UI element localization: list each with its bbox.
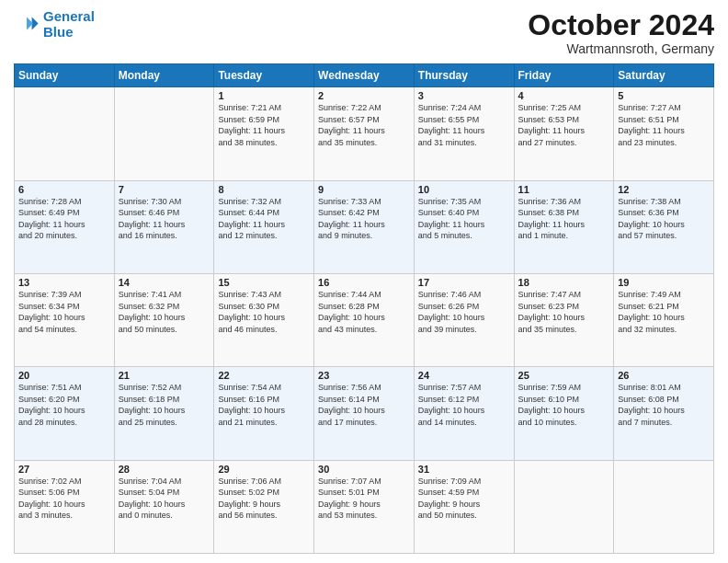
- day-cell: 11Sunrise: 7:36 AM Sunset: 6:38 PM Dayli…: [514, 180, 614, 273]
- day-cell: 25Sunrise: 7:59 AM Sunset: 6:10 PM Dayli…: [514, 367, 614, 460]
- week-row-1: 1Sunrise: 7:21 AM Sunset: 6:59 PM Daylig…: [15, 87, 714, 180]
- day-number: 16: [318, 277, 410, 288]
- day-info: Sunrise: 7:41 AM Sunset: 6:32 PM Dayligh…: [119, 289, 210, 335]
- day-cell: 26Sunrise: 8:01 AM Sunset: 6:08 PM Dayli…: [614, 367, 714, 460]
- day-number: 8: [218, 184, 310, 195]
- day-number: 23: [318, 370, 410, 381]
- day-info: Sunrise: 7:21 AM Sunset: 6:59 PM Dayligh…: [218, 102, 310, 148]
- day-cell: 6Sunrise: 7:28 AM Sunset: 6:49 PM Daylig…: [15, 180, 115, 273]
- day-cell: 18Sunrise: 7:47 AM Sunset: 6:23 PM Dayli…: [514, 273, 614, 366]
- logo-icon: [14, 12, 40, 38]
- location: Wartmannsroth, Germany: [528, 41, 714, 56]
- day-number: 27: [18, 464, 110, 475]
- day-info: Sunrise: 7:51 AM Sunset: 6:20 PM Dayligh…: [18, 382, 110, 428]
- weekday-saturday: Saturday: [614, 64, 714, 87]
- day-cell: [15, 87, 115, 180]
- day-cell: 14Sunrise: 7:41 AM Sunset: 6:32 PM Dayli…: [114, 273, 214, 366]
- weekday-thursday: Thursday: [414, 64, 514, 87]
- month-title: October 2024: [528, 9, 714, 41]
- day-cell: 1Sunrise: 7:21 AM Sunset: 6:59 PM Daylig…: [214, 87, 314, 180]
- day-number: 14: [119, 277, 210, 288]
- day-info: Sunrise: 7:46 AM Sunset: 6:26 PM Dayligh…: [418, 289, 510, 335]
- day-info: Sunrise: 7:06 AM Sunset: 5:02 PM Dayligh…: [218, 476, 310, 522]
- weekday-header-row: SundayMondayTuesdayWednesdayThursdayFrid…: [15, 64, 714, 87]
- day-number: 1: [218, 90, 310, 101]
- day-cell: 29Sunrise: 7:06 AM Sunset: 5:02 PM Dayli…: [214, 460, 314, 553]
- day-cell: 13Sunrise: 7:39 AM Sunset: 6:34 PM Dayli…: [15, 273, 115, 366]
- day-info: Sunrise: 7:28 AM Sunset: 6:49 PM Dayligh…: [18, 196, 110, 242]
- day-info: Sunrise: 7:49 AM Sunset: 6:21 PM Dayligh…: [618, 289, 710, 335]
- day-number: 28: [119, 464, 210, 475]
- day-info: Sunrise: 7:54 AM Sunset: 6:16 PM Dayligh…: [218, 382, 310, 428]
- day-info: Sunrise: 7:27 AM Sunset: 6:51 PM Dayligh…: [618, 102, 710, 148]
- day-number: 19: [618, 277, 710, 288]
- day-cell: 10Sunrise: 7:35 AM Sunset: 6:40 PM Dayli…: [414, 180, 514, 273]
- weekday-tuesday: Tuesday: [214, 64, 314, 87]
- day-info: Sunrise: 7:57 AM Sunset: 6:12 PM Dayligh…: [418, 382, 510, 428]
- week-row-5: 27Sunrise: 7:02 AM Sunset: 5:06 PM Dayli…: [15, 460, 714, 553]
- day-cell: 20Sunrise: 7:51 AM Sunset: 6:20 PM Dayli…: [15, 367, 115, 460]
- logo: General Blue: [14, 9, 95, 40]
- day-cell: 19Sunrise: 7:49 AM Sunset: 6:21 PM Dayli…: [614, 273, 714, 366]
- calendar-body: 1Sunrise: 7:21 AM Sunset: 6:59 PM Daylig…: [15, 87, 714, 554]
- header: General Blue October 2024 Wartmannsroth,…: [14, 9, 714, 56]
- weekday-sunday: Sunday: [15, 64, 115, 87]
- day-cell: 27Sunrise: 7:02 AM Sunset: 5:06 PM Dayli…: [15, 460, 115, 553]
- day-cell: 17Sunrise: 7:46 AM Sunset: 6:26 PM Dayli…: [414, 273, 514, 366]
- day-info: Sunrise: 7:38 AM Sunset: 6:36 PM Dayligh…: [618, 196, 710, 242]
- day-number: 10: [418, 184, 510, 195]
- day-info: Sunrise: 7:56 AM Sunset: 6:14 PM Dayligh…: [318, 382, 410, 428]
- page: General Blue October 2024 Wartmannsroth,…: [0, 0, 728, 563]
- day-info: Sunrise: 7:47 AM Sunset: 6:23 PM Dayligh…: [518, 289, 610, 335]
- logo-text: General Blue: [43, 9, 95, 40]
- day-info: Sunrise: 7:07 AM Sunset: 5:01 PM Dayligh…: [318, 476, 410, 522]
- day-info: Sunrise: 7:52 AM Sunset: 6:18 PM Dayligh…: [119, 382, 210, 428]
- day-info: Sunrise: 7:02 AM Sunset: 5:06 PM Dayligh…: [18, 476, 110, 522]
- day-number: 5: [618, 90, 710, 101]
- day-info: Sunrise: 7:30 AM Sunset: 6:46 PM Dayligh…: [119, 196, 210, 242]
- day-info: Sunrise: 7:36 AM Sunset: 6:38 PM Dayligh…: [518, 196, 610, 242]
- week-row-4: 20Sunrise: 7:51 AM Sunset: 6:20 PM Dayli…: [15, 367, 714, 460]
- calendar-table: SundayMondayTuesdayWednesdayThursdayFrid…: [14, 63, 714, 554]
- day-info: Sunrise: 7:32 AM Sunset: 6:44 PM Dayligh…: [218, 196, 310, 242]
- day-cell: 23Sunrise: 7:56 AM Sunset: 6:14 PM Dayli…: [314, 367, 415, 460]
- day-cell: 15Sunrise: 7:43 AM Sunset: 6:30 PM Dayli…: [214, 273, 314, 366]
- day-number: 21: [119, 370, 210, 381]
- day-number: 15: [218, 277, 310, 288]
- day-cell: 8Sunrise: 7:32 AM Sunset: 6:44 PM Daylig…: [214, 180, 314, 273]
- day-number: 24: [418, 370, 510, 381]
- day-number: 22: [218, 370, 310, 381]
- day-cell: 24Sunrise: 7:57 AM Sunset: 6:12 PM Dayli…: [414, 367, 514, 460]
- day-info: Sunrise: 7:59 AM Sunset: 6:10 PM Dayligh…: [518, 382, 610, 428]
- day-number: 11: [518, 184, 610, 195]
- week-row-2: 6Sunrise: 7:28 AM Sunset: 6:49 PM Daylig…: [15, 180, 714, 273]
- day-number: 29: [218, 464, 310, 475]
- day-cell: 30Sunrise: 7:07 AM Sunset: 5:01 PM Dayli…: [314, 460, 415, 553]
- day-cell: [114, 87, 214, 180]
- weekday-wednesday: Wednesday: [314, 64, 415, 87]
- day-number: 30: [318, 464, 410, 475]
- day-cell: 5Sunrise: 7:27 AM Sunset: 6:51 PM Daylig…: [614, 87, 714, 180]
- day-number: 12: [618, 184, 710, 195]
- calendar-header: SundayMondayTuesdayWednesdayThursdayFrid…: [15, 64, 714, 87]
- day-number: 6: [18, 184, 110, 195]
- day-cell: [514, 460, 614, 553]
- day-number: 2: [318, 90, 410, 101]
- day-cell: 22Sunrise: 7:54 AM Sunset: 6:16 PM Dayli…: [214, 367, 314, 460]
- day-cell: 12Sunrise: 7:38 AM Sunset: 6:36 PM Dayli…: [614, 180, 714, 273]
- day-number: 26: [618, 370, 710, 381]
- day-number: 20: [18, 370, 110, 381]
- day-number: 9: [318, 184, 410, 195]
- title-area: October 2024 Wartmannsroth, Germany: [528, 9, 714, 56]
- weekday-monday: Monday: [114, 64, 214, 87]
- day-info: Sunrise: 7:09 AM Sunset: 4:59 PM Dayligh…: [418, 476, 510, 522]
- day-info: Sunrise: 7:25 AM Sunset: 6:53 PM Dayligh…: [518, 102, 610, 148]
- day-info: Sunrise: 7:33 AM Sunset: 6:42 PM Dayligh…: [318, 196, 410, 242]
- day-number: 18: [518, 277, 610, 288]
- weekday-friday: Friday: [514, 64, 614, 87]
- day-info: Sunrise: 7:04 AM Sunset: 5:04 PM Dayligh…: [119, 476, 210, 522]
- day-cell: 21Sunrise: 7:52 AM Sunset: 6:18 PM Dayli…: [114, 367, 214, 460]
- day-cell: 28Sunrise: 7:04 AM Sunset: 5:04 PM Dayli…: [114, 460, 214, 553]
- day-number: 3: [418, 90, 510, 101]
- day-cell: 2Sunrise: 7:22 AM Sunset: 6:57 PM Daylig…: [314, 87, 415, 180]
